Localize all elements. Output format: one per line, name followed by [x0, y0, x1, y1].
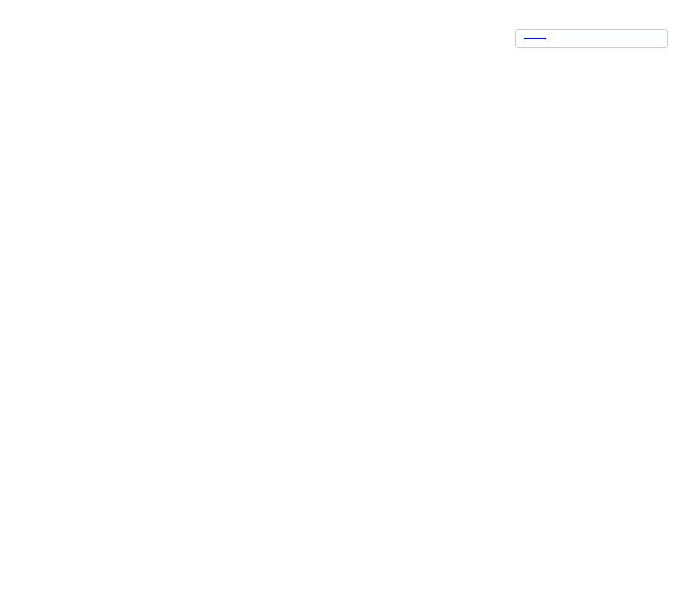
legend-line-sample — [524, 38, 546, 39]
top-plot-boxplot — [65, 26, 672, 299]
figure — [0, 0, 689, 616]
legend[interactable] — [515, 29, 668, 48]
bottom-plot-change-bars — [65, 301, 672, 574]
